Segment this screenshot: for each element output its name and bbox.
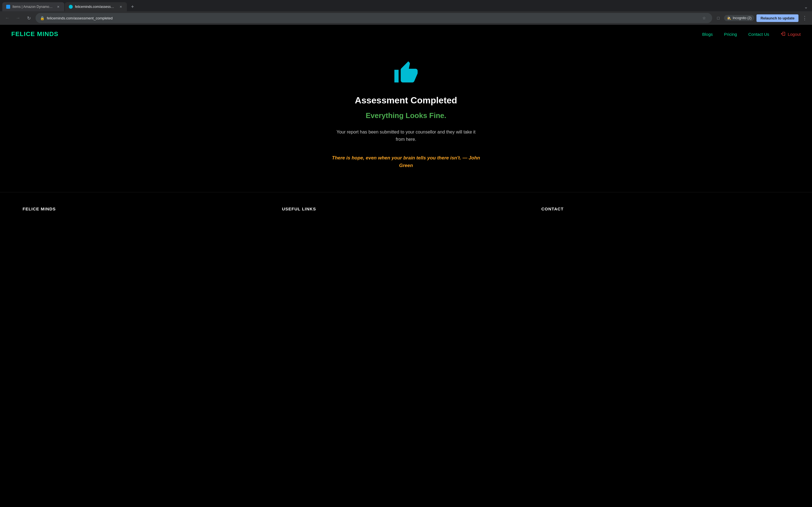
footer-contact: CONTACT xyxy=(541,207,790,216)
nav-blogs[interactable]: Blogs xyxy=(702,32,713,37)
back-button[interactable]: ← xyxy=(3,14,11,22)
quote-text: There is hope, even when your brain tell… xyxy=(327,154,485,169)
nav-contact[interactable]: Contact Us xyxy=(748,32,769,37)
footer-title-2: USEFUL LINKS xyxy=(282,207,530,211)
logout-icon xyxy=(780,31,785,37)
footer-title-3: CONTACT xyxy=(541,207,790,211)
new-tab-button[interactable]: + xyxy=(129,3,137,11)
browser-toolbar-icons: □ 🕵 Incognito (2) Relaunch to update ⋮ xyxy=(715,14,809,22)
sidebar-icon[interactable]: □ xyxy=(715,15,722,21)
browser-chrome: Items | Amazon DynamoDB M ✕ feliceminds.… xyxy=(0,0,812,25)
footer-useful-links: USEFUL LINKS xyxy=(282,207,530,216)
forward-button[interactable]: → xyxy=(14,14,22,22)
felice-favicon xyxy=(69,5,73,9)
thumbs-up-icon xyxy=(393,60,419,95)
footer-title-1: FELICE MINDS xyxy=(22,207,271,211)
incognito-label: Incognito (2) xyxy=(733,16,752,20)
tab-1-title: Items | Amazon DynamoDB M xyxy=(12,5,54,9)
footer-felice-minds: FELICE MINDS xyxy=(22,207,271,216)
relaunch-button[interactable]: Relaunch to update xyxy=(756,14,799,22)
address-bar[interactable]: 🔒 feliceminds.com/assessment_completed ☆ xyxy=(36,13,712,23)
main-content: Assessment Completed Everything Looks Fi… xyxy=(0,43,812,192)
logout-link[interactable]: Logout xyxy=(780,31,801,37)
tab-bar: Items | Amazon DynamoDB M ✕ feliceminds.… xyxy=(0,0,812,11)
more-options-button[interactable]: ⋮ xyxy=(801,14,809,22)
brand-logo[interactable]: FELICE MINDS xyxy=(11,31,58,38)
assessment-title: Assessment Completed xyxy=(355,95,457,106)
address-url: feliceminds.com/assessment_completed xyxy=(47,16,699,20)
incognito-icon: 🕵 xyxy=(727,16,731,20)
tab-1-close[interactable]: ✕ xyxy=(56,4,60,9)
reload-button[interactable]: ↻ xyxy=(25,14,33,22)
tab-2-close[interactable]: ✕ xyxy=(118,4,123,9)
logout-label: Logout xyxy=(788,32,801,37)
bookmark-icon[interactable]: ☆ xyxy=(701,15,708,21)
tab-dynamodb[interactable]: Items | Amazon DynamoDB M ✕ xyxy=(2,2,64,11)
tab-overflow-button[interactable]: ⌄ xyxy=(802,3,810,11)
incognito-badge[interactable]: 🕵 Incognito (2) xyxy=(724,15,755,21)
status-text: Everything Looks Fine. xyxy=(366,111,446,120)
report-text: Your report has been submitted to your c… xyxy=(336,128,476,143)
navbar: FELICE MINDS Blogs Pricing Contact Us Lo… xyxy=(0,25,812,43)
tab-2-title: feliceminds.com/assessment... xyxy=(75,5,116,9)
nav-pricing[interactable]: Pricing xyxy=(724,32,737,37)
footer: FELICE MINDS USEFUL LINKS CONTACT xyxy=(0,192,812,224)
site-content: FELICE MINDS Blogs Pricing Contact Us Lo… xyxy=(0,25,812,507)
dynamodb-favicon xyxy=(6,5,10,9)
nav-links: Blogs Pricing Contact Us Logout xyxy=(702,31,801,37)
address-bar-row: ← → ↻ 🔒 feliceminds.com/assessment_compl… xyxy=(0,11,812,25)
tab-felice[interactable]: feliceminds.com/assessment... ✕ xyxy=(65,2,127,11)
lock-icon: 🔒 xyxy=(40,16,45,20)
